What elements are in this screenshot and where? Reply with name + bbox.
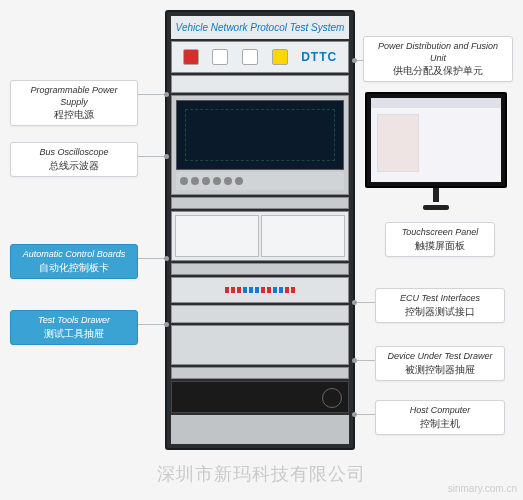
port-icon	[261, 287, 265, 293]
label-cn: 控制器测试接口	[384, 305, 496, 318]
oscilloscope-controls	[176, 172, 344, 190]
label-dut-drawer: Device Under Test Drawer 被测控制器抽屉	[375, 346, 505, 381]
leader-dot-icon	[352, 58, 357, 63]
label-ecu-interfaces: ECU Test Interfaces 控制器测试接口	[375, 288, 505, 323]
label-en: Host Computer	[384, 405, 496, 417]
monitor-frame	[365, 92, 507, 188]
blank-panel	[171, 367, 349, 379]
programmable-power-supply	[171, 75, 349, 93]
port-icon	[225, 287, 229, 293]
label-cn: 控制主机	[384, 417, 496, 430]
label-en: ECU Test Interfaces	[384, 293, 496, 305]
label-cn: 自动化控制板卡	[19, 261, 129, 274]
leader-dot-icon	[352, 300, 357, 305]
bus-oscilloscope	[171, 95, 349, 195]
knob-icon	[202, 177, 210, 185]
rack-title: Vehicle Network Protocol Test System	[171, 16, 349, 39]
port-icon	[255, 287, 259, 293]
port-icon	[291, 287, 295, 293]
estop-button-icon	[183, 49, 199, 65]
control-board-icon	[261, 215, 345, 257]
leader-dot-icon	[164, 92, 169, 97]
port-icon	[249, 287, 253, 293]
port-icon	[231, 287, 235, 293]
ecu-test-interfaces	[171, 277, 349, 303]
label-pdu: Power Distribution and Fusion Unit 供电分配及…	[363, 36, 513, 82]
knob-icon	[235, 177, 243, 185]
label-cn: 被测控制器抽屉	[384, 363, 496, 376]
switch-icon	[242, 49, 258, 65]
knob-icon	[180, 177, 188, 185]
equipment-rack: Vehicle Network Protocol Test System DTT…	[165, 10, 355, 450]
label-en: Power Distribution and Fusion Unit	[372, 41, 504, 64]
label-control-boards: Automatic Control Boards 自动化控制板卡	[10, 244, 138, 279]
label-en: Test Tools Drawer	[19, 315, 129, 327]
control-board-icon	[175, 215, 259, 257]
knob-icon	[191, 177, 199, 185]
label-touchscreen: Touchscreen Panel 触摸屏面板	[385, 222, 495, 257]
brand-label: DTTC	[301, 50, 337, 64]
monitor-stand-icon	[423, 188, 449, 210]
switch-icon	[212, 49, 228, 65]
host-computer	[171, 381, 349, 413]
port-icon	[267, 287, 271, 293]
label-test-tools-drawer: Test Tools Drawer 测试工具抽屉	[10, 310, 138, 345]
indicator-icon	[272, 49, 288, 65]
label-cn: 程控电源	[19, 108, 129, 121]
label-en: Touchscreen Panel	[394, 227, 486, 239]
port-icon	[243, 287, 247, 293]
leader-dot-icon	[352, 412, 357, 417]
test-tools-drawer	[171, 305, 349, 323]
label-en: Programmable Power Supply	[19, 85, 129, 108]
label-cn: 总线示波器	[19, 159, 129, 172]
label-cn: 触摸屏面板	[394, 239, 486, 252]
knob-icon	[213, 177, 221, 185]
automatic-control-boards	[171, 211, 349, 261]
blank-panel	[171, 263, 349, 275]
watermark-site: sinmary.com.cn	[448, 483, 517, 494]
watermark-main: 深圳市新玛科技有限公司	[0, 462, 523, 486]
leader-dot-icon	[164, 154, 169, 159]
leader-dot-icon	[352, 358, 357, 363]
leader-dot-icon	[164, 256, 169, 261]
label-en: Automatic Control Boards	[19, 249, 129, 261]
label-en: Bus Oscilloscope	[19, 147, 129, 159]
touchscreen-monitor	[365, 92, 507, 210]
knob-icon	[224, 177, 232, 185]
power-distribution-unit: DTTC	[171, 41, 349, 73]
port-icon	[285, 287, 289, 293]
device-under-test-drawer	[171, 325, 349, 365]
label-cn: 测试工具抽屉	[19, 327, 129, 340]
label-cn: 供电分配及保护单元	[372, 64, 504, 77]
port-icon	[279, 287, 283, 293]
oscilloscope-screen-icon	[176, 100, 344, 170]
label-host-computer: Host Computer 控制主机	[375, 400, 505, 435]
rack-filler	[171, 415, 349, 444]
monitor-screen-icon	[371, 98, 501, 182]
label-en: Device Under Test Drawer	[384, 351, 496, 363]
label-oscilloscope: Bus Oscilloscope 总线示波器	[10, 142, 138, 177]
port-icon	[237, 287, 241, 293]
port-icon	[273, 287, 277, 293]
label-psu: Programmable Power Supply 程控电源	[10, 80, 138, 126]
leader-dot-icon	[164, 322, 169, 327]
blank-panel	[171, 197, 349, 209]
